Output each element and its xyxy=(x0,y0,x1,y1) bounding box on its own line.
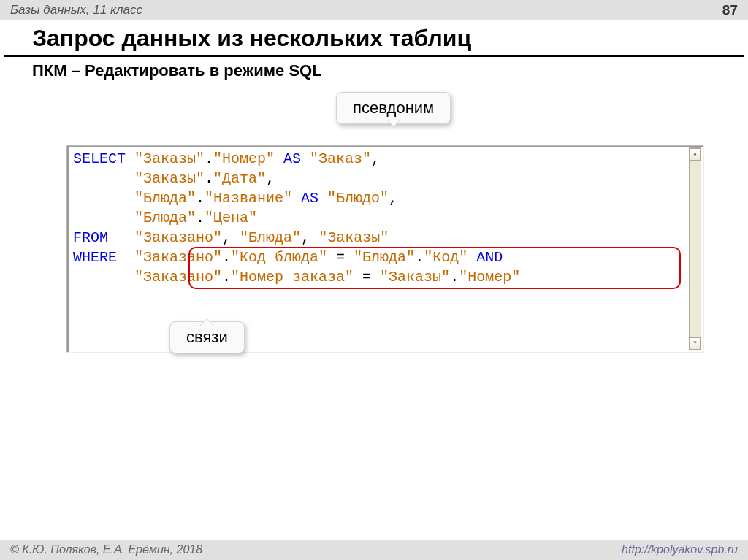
callout-links: связи xyxy=(169,321,245,353)
scroll-up-icon[interactable]: ▴ xyxy=(690,148,701,161)
page-subtitle: ПКМ – Редактировать в режиме SQL xyxy=(0,57,748,80)
authors-label: © К.Ю. Поляков, Е.А. Ерёмин, 2018 xyxy=(10,543,202,557)
kw-select: SELECT xyxy=(73,150,134,167)
page-number: 87 xyxy=(722,2,738,18)
footer-url: http://kpolyakov.spb.ru xyxy=(622,543,738,557)
page-title: Запрос данных из нескольких таблиц xyxy=(4,20,744,57)
sql-panel: SELECT "Заказы"."Номер" AS "Заказ", "Зак… xyxy=(66,145,704,353)
course-label: Базы данных, 11 класс xyxy=(10,3,142,18)
footer-bar: © К.Ю. Поляков, Е.А. Ерёмин, 2018 http:/… xyxy=(0,540,748,560)
kw-from: FROM xyxy=(73,229,134,246)
scrollbar[interactable]: ▴ ▾ xyxy=(689,147,701,350)
content-area: псевдоним SELECT "Заказы"."Номер" AS "За… xyxy=(0,80,748,353)
scroll-down-icon[interactable]: ▾ xyxy=(690,337,701,350)
callout-alias: псевдоним xyxy=(336,92,451,124)
kw-where: WHERE xyxy=(73,249,134,266)
header-bar: Базы данных, 11 класс 87 xyxy=(0,0,748,20)
